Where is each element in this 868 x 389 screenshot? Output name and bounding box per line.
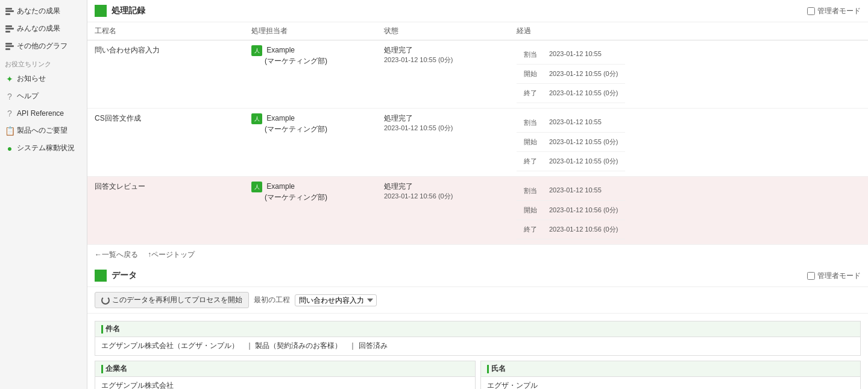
company-value: エグザンプル株式会社 — [95, 377, 475, 389]
process-name-cell: 問い合わせ内容入力 — [87, 40, 244, 109]
data-admin-mode-label: 管理者モード — [817, 271, 861, 281]
admin-mode-label: 管理者モード — [817, 6, 861, 16]
admin-mode-checkbox[interactable] — [807, 7, 815, 15]
assignee-icon: 人 — [251, 45, 262, 56]
name-label: 氏名 — [481, 361, 861, 377]
elapsed-cell: 割当2023-01-12 10:55 開始2023-01-12 10:56 (0… — [509, 177, 868, 245]
reuse-bar: このデータを再利用してプロセスを開始 最初の工程 問い合わせ内容入力 — [87, 287, 868, 314]
first-process-label: 最初の工程 — [254, 295, 290, 305]
name-value: エグザ・ンプル — [481, 377, 861, 389]
system-icon: ● — [5, 144, 14, 153]
process-record-header: 処理記録 管理者モード — [87, 0, 868, 22]
bar-chart-icon — [5, 24, 14, 34]
process-name-cell: CS回答文作成 — [87, 109, 244, 177]
nav-links: ←一覧へ戻る ↑ページトップ — [87, 245, 868, 265]
sidebar-item-other-graphs[interactable]: その他のグラフ — [0, 37, 87, 55]
sidebar-item-news[interactable]: ✦ お知らせ — [0, 70, 87, 87]
status-cell: 処理完了 2023-01-12 10:56 (0分) — [377, 177, 509, 245]
subject-field: 件名 エグザンプル株式会社（エグザ・ンプル） ｜ 製品（契約済みのお客様） ｜ … — [95, 321, 861, 356]
main-content: 処理記録 管理者モード 工程名 処理担当者 状態 経過 問い合わせ内容入力 人 — [87, 0, 868, 389]
company-name-row: 企業名 エグザンプル株式会社 氏名 エグザ・ンプル — [95, 361, 861, 389]
reuse-process-button[interactable]: このデータを再利用してプロセスを開始 — [95, 292, 249, 308]
bar-chart-icon — [5, 7, 14, 16]
col-elapsed: 経過 — [509, 22, 868, 40]
name-field: 氏名 エグザ・ンプル — [480, 361, 861, 389]
bar-chart-icon — [5, 42, 14, 51]
data-admin-mode-control: 管理者モード — [807, 271, 861, 281]
sidebar-item-help[interactable]: ? ヘルプ — [0, 87, 87, 105]
subject-value: エグザンプル株式会社（エグザ・ンプル） ｜ 製品（契約済みのお客様） ｜ 回答済… — [95, 337, 860, 355]
col-assignee: 処理担当者 — [244, 22, 377, 40]
process-table: 工程名 処理担当者 状態 経過 問い合わせ内容入力 人 Example (マーケ… — [87, 22, 868, 245]
news-icon: ✦ — [5, 74, 14, 84]
assignee-icon: 人 — [251, 182, 262, 192]
process-name-cell: 回答文レビュー — [87, 177, 244, 245]
admin-mode-control: 管理者モード — [807, 6, 861, 16]
col-status: 状態 — [377, 22, 509, 40]
company-field: 企業名 エグザンプル株式会社 — [95, 361, 476, 389]
data-fields: 件名 エグザンプル株式会社（エグザ・ンプル） ｜ 製品（契約済みのお客様） ｜ … — [87, 314, 868, 389]
reuse-icon — [101, 296, 110, 305]
data-admin-mode-checkbox[interactable] — [807, 272, 815, 280]
sidebar: あなたの成果 みんなの成果 その他のグラフ お役立ちリンク ✦ お知らせ ? ヘ… — [0, 0, 87, 389]
company-label: 企業名 — [95, 361, 475, 377]
section-indicator — [95, 270, 107, 282]
data-section-header: データ 管理者モード — [87, 265, 868, 287]
api-icon: ? — [5, 109, 14, 118]
process-record-title: 処理記録 — [112, 5, 145, 16]
status-cell: 処理完了 2023-01-12 10:55 (0分) — [377, 109, 509, 177]
table-row: 回答文レビュー 人 Example (マーケティング部) 処理完了 2023-0… — [87, 177, 868, 245]
sidebar-item-your-results[interactable]: あなたの成果 — [0, 2, 87, 20]
assignee-cell: 人 Example (マーケティング部) — [244, 109, 377, 177]
sidebar-item-system-status[interactable]: ● システム稼動状況 — [0, 139, 87, 157]
section-indicator — [95, 5, 107, 17]
status-cell: 処理完了 2023-01-12 10:55 (0分) — [377, 40, 509, 109]
assignee-cell: 人 Example (マーケティング部) — [244, 40, 377, 109]
product-icon: 📋 — [5, 126, 14, 136]
label-bar — [487, 365, 489, 373]
assignee-icon: 人 — [251, 113, 262, 124]
label-bar — [101, 325, 103, 334]
elapsed-cell: 割当2023-01-12 10:55 開始2023-01-12 10:55 (0… — [509, 109, 868, 177]
help-icon: ? — [5, 92, 14, 101]
back-to-list-link[interactable]: ←一覧へ戻る — [95, 250, 138, 260]
sidebar-item-all-results[interactable]: みんなの成果 — [0, 20, 87, 37]
label-bar — [101, 365, 103, 373]
sidebar-section-label-links: お役立ちリンク — [0, 55, 87, 70]
elapsed-cell: 割当2023-01-12 10:55 開始2023-01-12 10:55 (0… — [509, 40, 868, 109]
first-process-select[interactable]: 問い合わせ内容入力 — [295, 294, 377, 306]
sidebar-item-api-reference[interactable]: ? API Reference — [0, 105, 87, 122]
assignee-cell: 人 Example (マーケティング部) — [244, 177, 377, 245]
page-top-link[interactable]: ↑ページトップ — [148, 250, 195, 260]
col-process-name: 工程名 — [87, 22, 244, 40]
data-section-title: データ — [112, 270, 137, 281]
subject-label: 件名 — [95, 321, 860, 337]
table-row: CS回答文作成 人 Example (マーケティング部) 処理完了 2023-0… — [87, 109, 868, 177]
table-row: 問い合わせ内容入力 人 Example (マーケティング部) 処理完了 2023… — [87, 40, 868, 109]
sidebar-item-product-req[interactable]: 📋 製品へのご要望 — [0, 122, 87, 139]
